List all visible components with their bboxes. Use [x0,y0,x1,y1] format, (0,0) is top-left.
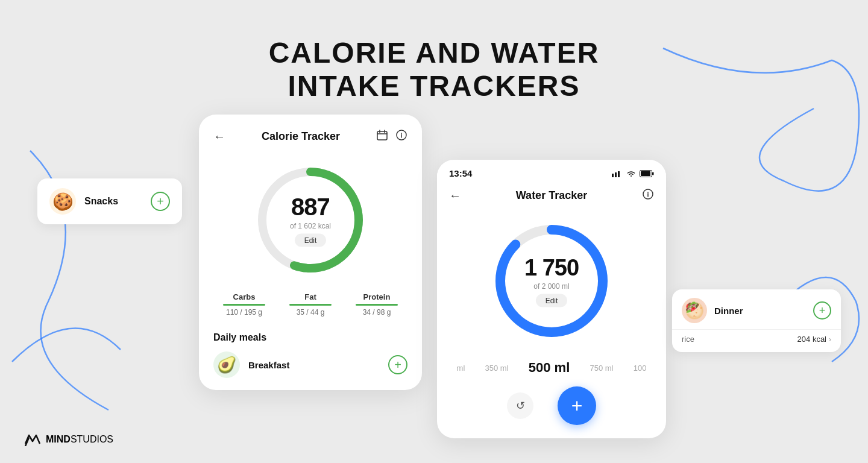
calorie-subtitle: of 1 602 kcal [290,222,331,230]
water-amount-selector: ml 350 ml 500 ml 750 ml 100 [437,354,666,376]
water-edit-button[interactable]: Edit [536,294,568,307]
mindstudios-logo-icon [24,433,41,446]
snacks-emoji: 🍪 [49,188,76,215]
dinner-header: 🥙 Dinner + [672,289,841,329]
calorie-tracker-title: Calorie Tracker [262,130,340,143]
dinner-item-name: rice [682,335,694,344]
svg-rect-8 [652,172,654,175]
calorie-donut-chart: 887 of 1 602 kcal Edit [250,160,371,280]
snacks-label: Snacks [84,196,142,207]
daily-meals-title: Daily meals [213,332,407,343]
svg-rect-0 [377,131,387,140]
calorie-edit-button[interactable]: Edit [295,234,327,247]
macro-protein: Protein 34 / 98 g [356,292,398,317]
calorie-header: ← Calorie Tracker [199,115,422,154]
water-tracker-title: Water Tracker [516,189,587,202]
water-tracker-card: 13:54 ← Water Tracker [437,160,666,438]
macro-carbs: Carbs 110 / 195 g [223,292,265,317]
water-amount-500[interactable]: 500 ml [529,360,570,376]
breakfast-row: 🥑 Breakfast + [213,351,407,378]
daily-meals-section: Daily meals 🥑 Breakfast + [199,326,422,378]
water-amount-100: 100 [634,364,647,373]
calorie-tracker-card: ← Calorie Tracker 887 of 1 [199,115,422,390]
water-amount-350[interactable]: 350 ml [485,364,509,373]
breakfast-add-button[interactable]: + [388,355,407,374]
dinner-emoji: 🥙 [682,298,707,323]
wifi-icon [626,170,636,177]
water-back-button[interactable]: ← [449,189,461,203]
water-amount-750[interactable]: 750 ml [590,364,613,373]
dinner-label: Dinner [714,306,806,316]
page-title: CALORIE AND WATER INTAKE TRACKERS [0,36,868,102]
breakfast-label: Breakfast [248,360,380,370]
dinner-card: 🥙 Dinner + rice 204 kcal › [672,289,841,352]
dinner-item-rice: rice 204 kcal › [672,329,841,352]
logo-text: MINDSTUDIOS [46,434,113,445]
water-amount-ml: ml [457,364,465,373]
status-icons [612,170,654,177]
logo: MINDSTUDIOS [24,433,113,446]
battery-icon [640,170,654,177]
dinner-chevron-icon: › [829,335,831,344]
water-value: 1 750 [524,255,579,281]
calorie-value: 887 [290,194,331,221]
status-time: 13:54 [449,168,472,178]
signal-icon [612,170,623,177]
info-icon[interactable] [395,129,407,144]
snacks-add-button[interactable]: + [151,192,170,211]
svg-rect-5 [615,172,617,177]
dinner-add-button[interactable]: + [813,301,831,320]
water-donut-chart: 1 750 of 2 000 ml Edit [488,218,615,344]
svg-rect-4 [612,174,614,177]
breakfast-emoji: 🥑 [213,351,240,378]
water-subtitle: of 2 000 ml [524,282,579,291]
calorie-back-button[interactable]: ← [213,130,225,143]
svg-rect-6 [618,171,620,177]
calorie-donut-center: 887 of 1 602 kcal Edit [290,194,331,247]
water-header: ← Water Tracker [437,183,666,212]
calendar-icon[interactable] [376,129,388,144]
water-controls: ↺ + [437,376,666,438]
water-add-button[interactable]: + [558,386,596,425]
water-info-icon[interactable] [642,188,654,203]
snacks-card: 🍪 Snacks + [37,178,182,224]
macro-fat: Fat 35 / 44 g [289,292,332,317]
calorie-header-icons [376,129,407,144]
status-bar: 13:54 [437,160,666,183]
dinner-item-kcal: 204 kcal › [797,335,831,344]
water-reset-button[interactable]: ↺ [507,392,533,419]
water-donut-center: 1 750 of 2 000 ml Edit [524,255,579,307]
svg-rect-9 [641,171,650,176]
macro-stats: Carbs 110 / 195 g Fat 35 / 44 g Protein … [199,292,422,326]
